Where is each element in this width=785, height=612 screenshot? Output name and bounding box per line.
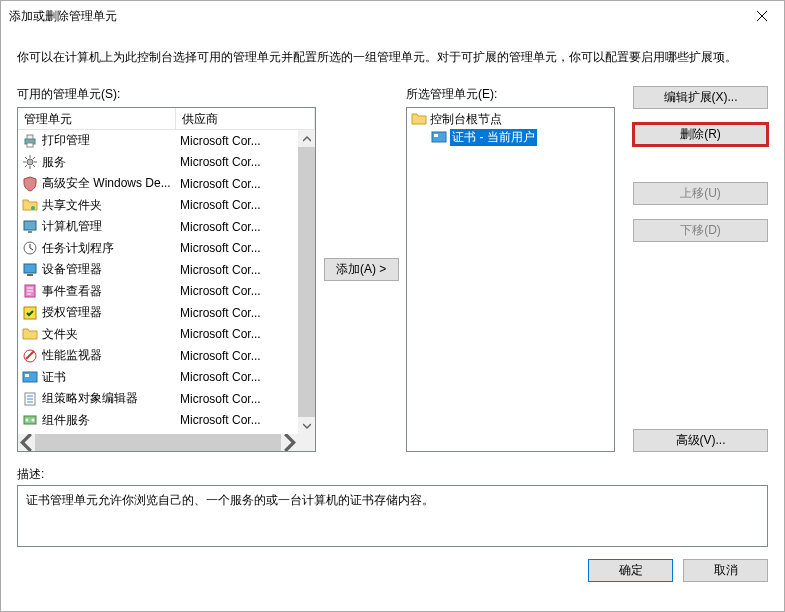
item-name: 高级安全 Windows De... (42, 175, 176, 192)
item-vendor: Microsoft Cor... (176, 370, 298, 384)
svg-point-18 (32, 419, 35, 422)
svg-rect-1 (27, 135, 33, 139)
list-item[interactable]: 授权管理器Microsoft Cor... (18, 302, 298, 324)
item-vendor: Microsoft Cor... (176, 198, 298, 212)
list-item[interactable]: 服务Microsoft Cor... (18, 152, 298, 174)
item-name: 授权管理器 (42, 304, 176, 321)
item-name: 事件查看器 (42, 283, 176, 300)
available-listbox[interactable]: 管理单元 供应商 打印管理Microsoft Cor...服务Microsoft… (17, 107, 316, 452)
selected-label: 所选管理单元(E): (406, 86, 615, 103)
item-vendor: Microsoft Cor... (176, 284, 298, 298)
item-name: 文件夹 (42, 326, 176, 343)
item-name: 组件服务 (42, 412, 176, 429)
svg-rect-20 (434, 134, 438, 137)
header-vendor[interactable]: 供应商 (176, 108, 315, 129)
list-item[interactable]: 高级安全 Windows De...Microsoft Cor... (18, 173, 298, 195)
scroll-up-icon[interactable] (298, 130, 315, 147)
device-icon (22, 262, 38, 278)
scroll-down-icon[interactable] (298, 417, 315, 434)
listbox-rows: 打印管理Microsoft Cor...服务Microsoft Cor...高级… (18, 130, 298, 434)
scroll-hthumb[interactable] (35, 434, 281, 451)
gear-icon (22, 154, 38, 170)
svg-rect-6 (28, 231, 32, 233)
item-vendor: Microsoft Cor... (176, 155, 298, 169)
dialog-window: 添加或删除管理单元 你可以在计算机上为此控制台选择可用的管理单元并配置所选的一组… (0, 0, 785, 612)
event-icon (22, 283, 38, 299)
list-item[interactable]: 组策略对象编辑器Microsoft Cor... (18, 388, 298, 410)
item-vendor: Microsoft Cor... (176, 263, 298, 277)
computer-manage-icon (22, 219, 38, 235)
item-vendor: Microsoft Cor... (176, 134, 298, 148)
tree-item-label: 证书 - 当前用户 (450, 129, 537, 146)
item-vendor: Microsoft Cor... (176, 392, 298, 406)
list-item[interactable]: 组件服务Microsoft Cor... (18, 410, 298, 432)
listbox-header: 管理单元 供应商 (18, 108, 315, 130)
perf-icon (22, 348, 38, 364)
item-vendor: Microsoft Cor... (176, 349, 298, 363)
clock-icon (22, 240, 38, 256)
item-vendor: Microsoft Cor... (176, 413, 298, 427)
item-name: 服务 (42, 154, 176, 171)
close-button[interactable] (739, 1, 784, 31)
tree-item-cert[interactable]: 证书 - 当前用户 (409, 128, 612, 146)
description-box: 证书管理单元允许你浏览自己的、一个服务的或一台计算机的证书存储内容。 (17, 485, 768, 547)
item-name: 计算机管理 (42, 218, 176, 235)
item-vendor: Microsoft Cor... (176, 327, 298, 341)
intro-text: 你可以在计算机上为此控制台选择可用的管理单元并配置所选的一组管理单元。对于可扩展… (1, 31, 784, 76)
selected-tree[interactable]: 控制台根节点 证书 - 当前用户 (406, 107, 615, 452)
svg-rect-5 (24, 221, 36, 230)
dialog-footer: 确定 取消 (1, 547, 784, 582)
item-name: 证书 (42, 369, 176, 386)
scroll-left-icon[interactable] (18, 434, 35, 451)
cancel-button[interactable]: 取消 (683, 559, 768, 582)
auth-icon (22, 305, 38, 321)
list-item[interactable]: 计算机管理Microsoft Cor... (18, 216, 298, 238)
scrollbar-corner (298, 434, 315, 451)
tree-root[interactable]: 控制台根节点 (409, 110, 612, 128)
svg-rect-14 (25, 374, 29, 377)
ok-button[interactable]: 确定 (588, 559, 673, 582)
item-vendor: Microsoft Cor... (176, 177, 298, 191)
component-icon (22, 412, 38, 428)
svg-point-3 (27, 159, 33, 165)
list-item[interactable]: 性能监视器Microsoft Cor... (18, 345, 298, 367)
list-item[interactable]: 文件夹Microsoft Cor... (18, 324, 298, 346)
list-item[interactable]: 证书Microsoft Cor... (18, 367, 298, 389)
close-icon (757, 11, 767, 21)
available-label: 可用的管理单元(S): (17, 86, 316, 103)
svg-rect-8 (24, 264, 36, 273)
list-item[interactable]: 任务计划程序Microsoft Cor... (18, 238, 298, 260)
shield-icon (22, 176, 38, 192)
horizontal-scrollbar[interactable] (18, 434, 298, 451)
list-item[interactable]: 事件查看器Microsoft Cor... (18, 281, 298, 303)
scroll-right-icon[interactable] (281, 434, 298, 451)
item-vendor: Microsoft Cor... (176, 306, 298, 320)
move-down-button[interactable]: 下移(D) (633, 219, 768, 242)
item-name: 打印管理 (42, 132, 176, 149)
description-label: 描述: (17, 466, 768, 483)
move-up-button[interactable]: 上移(U) (633, 182, 768, 205)
svg-rect-2 (27, 143, 33, 147)
window-title: 添加或删除管理单元 (9, 8, 739, 25)
list-item[interactable]: 共享文件夹Microsoft Cor... (18, 195, 298, 217)
remove-button[interactable]: 删除(R) (633, 123, 768, 146)
folder-icon (22, 326, 38, 342)
list-item[interactable]: 打印管理Microsoft Cor... (18, 130, 298, 152)
edit-extensions-button[interactable]: 编辑扩展(X)... (633, 86, 768, 109)
item-name: 设备管理器 (42, 261, 176, 278)
svg-rect-9 (27, 274, 33, 276)
item-name: 性能监视器 (42, 347, 176, 364)
list-item[interactable]: 设备管理器Microsoft Cor... (18, 259, 298, 281)
tree-root-label: 控制台根节点 (430, 111, 502, 128)
vertical-scrollbar[interactable] (298, 130, 315, 434)
add-button[interactable]: 添加(A) > (324, 258, 399, 281)
cert-icon (22, 369, 38, 385)
item-name: 共享文件夹 (42, 197, 176, 214)
scroll-thumb[interactable] (298, 147, 315, 417)
advanced-button[interactable]: 高级(V)... (633, 429, 768, 452)
folder-icon (411, 111, 427, 127)
item-name: 组策略对象编辑器 (42, 390, 176, 407)
item-name: 任务计划程序 (42, 240, 176, 257)
header-name[interactable]: 管理单元 (18, 108, 176, 129)
svg-point-4 (31, 206, 35, 210)
